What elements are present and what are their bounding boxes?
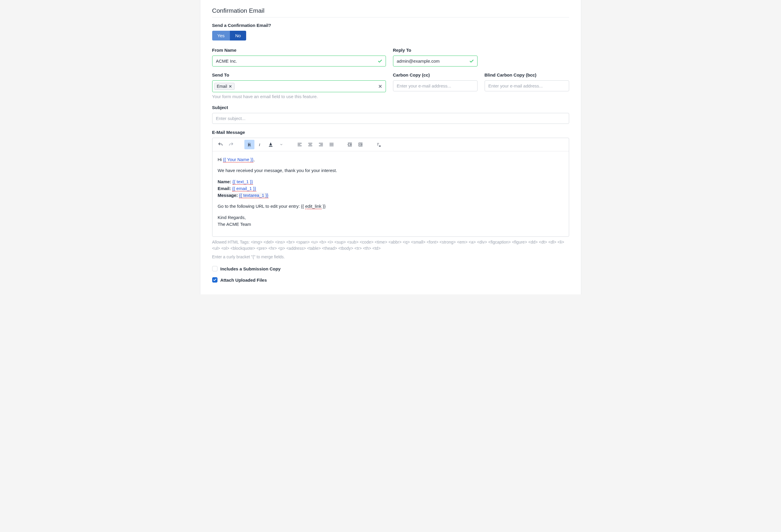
text: We have received your message, thank you… [218, 167, 564, 174]
cc-input[interactable] [393, 80, 478, 91]
tag-text: Email [217, 84, 227, 89]
from-name-label: From Name [212, 48, 386, 53]
text: }} [322, 204, 326, 209]
includes-copy-label: Includes a Submission Copy [220, 266, 281, 271]
reply-to-label: Reply To [393, 48, 478, 53]
merge-tag: {{ email_1 }} [232, 186, 256, 192]
cc-label: Carbon Copy (cc) [393, 72, 478, 77]
text: Kind Regards, [218, 214, 564, 221]
toggle-no-button[interactable]: No [230, 31, 246, 40]
text: The ACME Team [218, 221, 564, 228]
tag-remove-icon[interactable]: ✕ [229, 84, 232, 89]
text: , [253, 157, 254, 162]
text: Name: [218, 179, 231, 184]
send-to-label: Send To [212, 72, 386, 77]
dropdown-icon[interactable] [276, 140, 286, 149]
outdent-icon[interactable] [345, 140, 355, 149]
align-left-icon[interactable] [295, 140, 305, 149]
reply-to-input[interactable] [393, 55, 478, 67]
check-icon [378, 59, 382, 64]
merge-tag: {{ text_1 }} [233, 179, 253, 185]
includes-copy-checkbox[interactable] [212, 266, 217, 271]
editor-content[interactable]: Hi {{ Your Name }}, We have received you… [212, 151, 569, 237]
redo-icon[interactable] [226, 140, 236, 149]
text: Message: [218, 193, 238, 198]
send-to-input[interactable]: Email ✕ ✕ [212, 80, 386, 92]
text: Hi [218, 157, 223, 162]
send-confirmation-toggle: Yes No [212, 31, 246, 40]
svg-text:B: B [248, 142, 250, 147]
message-editor: B I [212, 138, 569, 237]
undo-icon[interactable] [215, 140, 225, 149]
text: Go to the following URL to edit your ent… [218, 204, 305, 209]
text-color-icon[interactable] [265, 140, 276, 149]
merge-tag: {{ Your Name }} [223, 157, 253, 163]
message-label: E-Mail Message [212, 130, 569, 135]
toggle-yes-button[interactable]: Yes [212, 31, 230, 40]
bcc-label: Blind Carbon Copy (bcc) [485, 72, 569, 77]
merge-tag: {{ textarea_1 }} [239, 193, 268, 198]
bold-icon[interactable]: B [244, 140, 254, 149]
attach-files-checkbox[interactable] [212, 277, 217, 283]
from-name-input[interactable] [212, 55, 386, 67]
check-icon [469, 59, 474, 64]
svg-text:T: T [377, 142, 379, 146]
indent-icon[interactable] [356, 140, 366, 149]
send-to-tag: Email ✕ [214, 83, 235, 90]
align-justify-icon[interactable] [327, 140, 337, 149]
allowed-tags-help: Allowed HTML Tags: <img> <del> <ins> <br… [212, 239, 569, 251]
italic-icon[interactable]: I [255, 140, 265, 149]
send-confirmation-label: Send a Confirmation Email? [212, 23, 569, 28]
subject-input[interactable] [212, 113, 569, 124]
text: Email: [218, 186, 231, 191]
clear-format-icon[interactable]: T [374, 140, 384, 149]
text: edit_link [305, 204, 322, 209]
editor-toolbar: B I [212, 138, 569, 151]
attach-files-label: Attach Uploaded Files [220, 278, 267, 283]
align-right-icon[interactable] [316, 140, 326, 149]
clear-icon[interactable]: ✕ [378, 84, 382, 89]
section-title: Confirmation Email [212, 7, 569, 17]
subject-label: Subject [212, 105, 569, 110]
bcc-input[interactable] [485, 80, 569, 91]
send-to-help: Your form must have an email field to us… [212, 94, 386, 99]
merge-hint: Enter a curly bracket "{" to merge field… [212, 254, 569, 260]
svg-text:I: I [258, 142, 260, 147]
align-center-icon[interactable] [305, 140, 315, 149]
svg-rect-2 [269, 146, 273, 147]
